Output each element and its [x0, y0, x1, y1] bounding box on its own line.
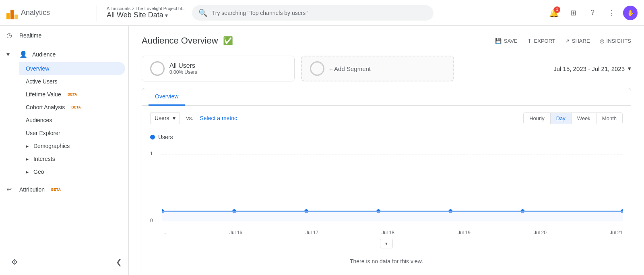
realtime-icon: ◷ — [6, 31, 14, 39]
date-range-text: Jul 15, 2023 - Jul 21, 2023 — [553, 65, 625, 72]
sidebar-item-audiences[interactable]: Audiences — [19, 114, 125, 127]
add-segment-text: + Add Segment — [329, 65, 371, 72]
page-header: Audience Overview ✅ 💾 SAVE ⬆ EXPORT ↗ SH… — [142, 35, 631, 46]
more-options-button[interactable]: ⋮ — [604, 5, 620, 21]
account-selector[interactable]: All Web Site Data — [107, 11, 186, 19]
sidebar-item-realtime[interactable]: ◷ Realtime — [0, 27, 125, 43]
date-range-selector[interactable]: Jul 15, 2023 - Jul 21, 2023 — [553, 65, 631, 72]
sidebar-bottom: ⚙ ❮ — [0, 249, 128, 275]
audiences-label: Audiences — [26, 117, 52, 123]
tab-overview[interactable]: Overview — [149, 88, 185, 106]
user-explorer-label: User Explorer — [26, 130, 60, 136]
sidebar-item-active-users[interactable]: Active Users — [19, 75, 125, 88]
segment-circle — [150, 61, 165, 76]
sidebar-item-lifetime-value[interactable]: Lifetime Value BETA — [19, 88, 125, 101]
chart-expand-btn[interactable]: ▾ — [380, 239, 393, 248]
attribution-icon: ↩ — [6, 185, 14, 193]
sidebar-item-user-explorer[interactable]: User Explorer — [19, 127, 125, 140]
audience-label: Audience — [32, 51, 56, 58]
y-label-0: 0 — [150, 218, 153, 223]
sidebar-item-geo[interactable]: Geo — [19, 165, 125, 178]
attribution-label: Attribution — [19, 186, 45, 193]
sidebar-audience-sub: Overview Active Users Lifetime Value BET… — [0, 62, 128, 178]
geo-chevron — [26, 169, 29, 175]
account-area: All accounts > The Lovelight Project bl.… — [107, 6, 186, 19]
time-selector: Hourly Day Week Month — [523, 112, 623, 124]
verified-icon: ✅ — [223, 36, 233, 46]
all-users-segment[interactable]: All Users 0.00% Users — [142, 56, 295, 81]
metric-selector[interactable]: Users — [150, 112, 180, 124]
x-label-4: Jul 19 — [458, 230, 471, 235]
search-placeholder: Try searching "Top channels by users" — [212, 10, 308, 16]
search-bar[interactable]: 🔍 Try searching "Top channels by users" — [192, 5, 433, 21]
x-label-5: Jul 20 — [534, 230, 547, 235]
x-label-6: Jul 21 — [610, 230, 623, 235]
sidebar-attribution-section: ↩ Attribution BETA — [0, 180, 128, 199]
time-btn-hourly[interactable]: Hourly — [524, 113, 551, 124]
share-label: SHARE — [572, 38, 590, 44]
page-actions: 💾 SAVE ⬆ EXPORT ↗ SHARE ◎ INSIGHTS — [495, 38, 631, 44]
lifetime-value-beta: BETA — [68, 92, 77, 96]
chart-legend: Users — [150, 131, 623, 147]
chart-area: Users 1 0 — [142, 131, 631, 274]
sidebar-audience-section: ▾ 👤 Audience Overview Active Users Lifet… — [0, 45, 128, 180]
sidebar-item-cohort-analysis[interactable]: Cohort Analysis BETA — [19, 101, 125, 114]
sidebar-item-audience[interactable]: ▾ 👤 Audience — [0, 46, 125, 62]
time-btn-week[interactable]: Week — [572, 113, 597, 124]
export-label: EXPORT — [534, 38, 555, 44]
segment-name: All Users — [169, 62, 286, 69]
breadcrumb: All accounts > The Lovelight Project bl.… — [107, 6, 186, 11]
geo-label: Geo — [33, 169, 44, 175]
segment-sub: 0.00% Users — [169, 69, 286, 75]
interests-label: Interests — [33, 156, 55, 162]
insights-icon: ◎ — [600, 38, 604, 44]
notification-badge: 1 — [554, 6, 560, 13]
add-segment-card[interactable]: + Add Segment — [301, 56, 454, 81]
share-icon: ↗ — [565, 38, 570, 44]
segment-date-row: All Users 0.00% Users + Add Segment Jul … — [142, 56, 631, 81]
settings-button[interactable]: ⚙ — [6, 254, 23, 270]
app-body: ◷ Realtime ▾ 👤 Audience Overview Active … — [0, 26, 644, 275]
notifications-button[interactable]: 🔔 1 — [546, 5, 562, 21]
save-button[interactable]: 💾 SAVE — [495, 38, 518, 44]
x-label-3: Jul 18 — [382, 230, 394, 235]
sidebar-item-demographics[interactable]: Demographics — [19, 140, 125, 152]
select-metric-link[interactable]: Select a metric — [200, 115, 237, 121]
user-avatar[interactable]: ✋ — [623, 6, 638, 20]
realtime-label: Realtime — [19, 32, 41, 39]
demographics-chevron — [26, 143, 29, 149]
metric-label: Users — [155, 115, 169, 121]
main-content: Audience Overview ✅ 💾 SAVE ⬆ EXPORT ↗ SH… — [129, 26, 644, 275]
x-axis: ... Jul 16 Jul 17 Jul 18 Jul 19 Jul 20 J… — [162, 227, 623, 235]
interests-chevron — [26, 156, 29, 162]
insights-label: INSIGHTS — [607, 38, 631, 44]
settings-icon: ⚙ — [11, 258, 18, 267]
chart-controls: Users vs. Select a metric Hourly Day Wee… — [142, 106, 631, 131]
x-label-2: Jul 17 — [305, 230, 318, 235]
help-button[interactable]: ? — [584, 5, 601, 21]
metric-dropdown-icon — [173, 115, 175, 121]
export-icon: ⬆ — [527, 38, 532, 44]
sidebar-item-overview[interactable]: Overview — [19, 62, 125, 75]
date-range-dropdown-icon — [628, 65, 631, 72]
insights-button[interactable]: ◎ INSIGHTS — [600, 38, 631, 44]
apps-button[interactable]: ⊞ — [565, 5, 581, 21]
y-label-1: 1 — [150, 151, 153, 156]
header-actions: 🔔 1 ⊞ ? ⋮ ✋ — [546, 5, 638, 21]
active-users-label: Active Users — [26, 78, 58, 85]
chart-canvas: 1 0 — [150, 147, 623, 235]
collapse-sidebar-button[interactable]: ❮ — [116, 258, 122, 267]
sidebar: ◷ Realtime ▾ 👤 Audience Overview Active … — [0, 26, 129, 275]
export-button[interactable]: ⬆ EXPORT — [527, 38, 555, 44]
search-icon: 🔍 — [198, 8, 207, 17]
x-label-1: Jul 16 — [229, 230, 242, 235]
share-button[interactable]: ↗ SHARE — [565, 38, 590, 44]
time-btn-month[interactable]: Month — [597, 113, 622, 124]
time-btn-day[interactable]: Day — [551, 113, 572, 124]
cohort-analysis-label: Cohort Analysis — [26, 104, 65, 110]
lifetime-value-label: Lifetime Value — [26, 91, 61, 98]
sidebar-item-attribution[interactable]: ↩ Attribution BETA — [0, 181, 125, 197]
sidebar-item-interests[interactable]: Interests — [19, 152, 125, 165]
no-data-message: There is no data for this view. — [150, 252, 623, 266]
legend-dot — [150, 135, 155, 140]
